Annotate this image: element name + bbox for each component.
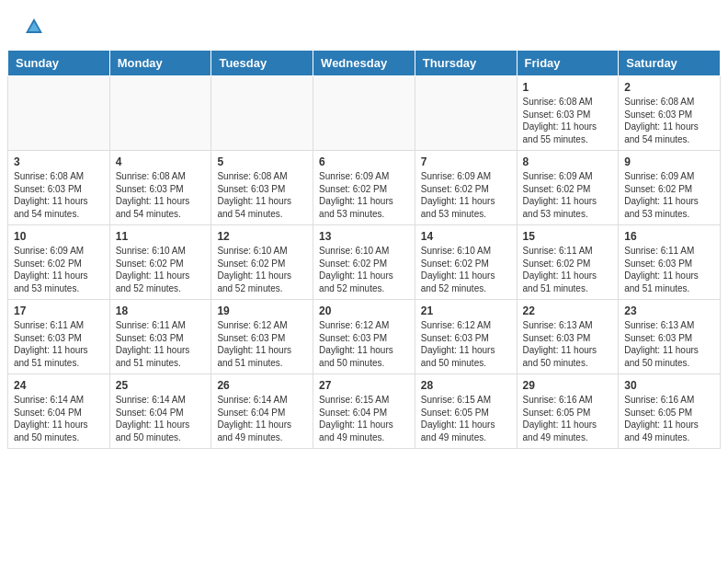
calendar-cell: 27Sunrise: 6:15 AM Sunset: 6:04 PM Dayli…	[313, 374, 415, 449]
cell-info: Sunrise: 6:09 AM Sunset: 6:02 PM Dayligh…	[14, 245, 104, 294]
day-number: 29	[523, 379, 613, 392]
calendar-cell: 17Sunrise: 6:11 AM Sunset: 6:03 PM Dayli…	[8, 300, 110, 374]
cell-info: Sunrise: 6:15 AM Sunset: 6:04 PM Dayligh…	[319, 394, 409, 443]
day-number: 13	[319, 230, 409, 243]
calendar-cell: 19Sunrise: 6:12 AM Sunset: 6:03 PM Dayli…	[211, 300, 313, 374]
week-row-3: 10Sunrise: 6:09 AM Sunset: 6:02 PM Dayli…	[8, 225, 721, 300]
day-header-tuesday: Tuesday	[211, 51, 313, 76]
week-row-5: 24Sunrise: 6:14 AM Sunset: 6:04 PM Dayli…	[8, 374, 721, 449]
logo	[22, 17, 44, 40]
day-number: 1	[523, 81, 613, 94]
page-header	[0, 0, 728, 50]
calendar-cell: 10Sunrise: 6:09 AM Sunset: 6:02 PM Dayli…	[8, 225, 110, 300]
day-number: 3	[14, 155, 104, 168]
day-header-thursday: Thursday	[415, 51, 517, 76]
day-number: 11	[116, 230, 206, 243]
calendar-cell: 21Sunrise: 6:12 AM Sunset: 6:03 PM Dayli…	[415, 300, 517, 374]
logo-icon	[24, 17, 44, 40]
cell-info: Sunrise: 6:09 AM Sunset: 6:02 PM Dayligh…	[624, 170, 714, 220]
day-header-monday: Monday	[109, 51, 211, 76]
week-row-4: 17Sunrise: 6:11 AM Sunset: 6:03 PM Dayli…	[8, 300, 721, 374]
calendar-cell: 3Sunrise: 6:08 AM Sunset: 6:03 PM Daylig…	[8, 151, 110, 225]
calendar-cell	[211, 76, 313, 151]
calendar-cell: 14Sunrise: 6:10 AM Sunset: 6:02 PM Dayli…	[415, 225, 517, 300]
cell-info: Sunrise: 6:08 AM Sunset: 6:03 PM Dayligh…	[217, 170, 307, 220]
cell-info: Sunrise: 6:08 AM Sunset: 6:03 PM Dayligh…	[14, 170, 104, 220]
calendar-cell	[313, 76, 415, 151]
cell-info: Sunrise: 6:10 AM Sunset: 6:02 PM Dayligh…	[217, 245, 307, 294]
day-number: 19	[217, 304, 307, 317]
cell-info: Sunrise: 6:11 AM Sunset: 6:03 PM Dayligh…	[14, 319, 104, 369]
week-row-1: 1Sunrise: 6:08 AM Sunset: 6:03 PM Daylig…	[8, 76, 721, 151]
calendar-cell: 25Sunrise: 6:14 AM Sunset: 6:04 PM Dayli…	[109, 374, 211, 449]
day-number: 8	[523, 155, 613, 168]
calendar-cell: 5Sunrise: 6:08 AM Sunset: 6:03 PM Daylig…	[211, 151, 313, 225]
day-number: 25	[116, 379, 206, 392]
cell-info: Sunrise: 6:11 AM Sunset: 6:03 PM Dayligh…	[116, 319, 206, 369]
calendar-cell: 11Sunrise: 6:10 AM Sunset: 6:02 PM Dayli…	[109, 225, 211, 300]
calendar-cell	[109, 76, 211, 151]
day-header-saturday: Saturday	[619, 51, 721, 76]
calendar-cell: 24Sunrise: 6:14 AM Sunset: 6:04 PM Dayli…	[8, 374, 110, 449]
calendar-cell	[415, 76, 517, 151]
cell-info: Sunrise: 6:16 AM Sunset: 6:05 PM Dayligh…	[523, 394, 613, 443]
day-header-friday: Friday	[517, 51, 619, 76]
calendar-cell: 30Sunrise: 6:16 AM Sunset: 6:05 PM Dayli…	[619, 374, 721, 449]
day-number: 23	[624, 304, 714, 317]
day-header-wednesday: Wednesday	[313, 51, 415, 76]
cell-info: Sunrise: 6:10 AM Sunset: 6:02 PM Dayligh…	[319, 245, 409, 294]
day-number: 16	[624, 230, 714, 243]
cell-info: Sunrise: 6:09 AM Sunset: 6:02 PM Dayligh…	[319, 170, 409, 220]
cell-info: Sunrise: 6:13 AM Sunset: 6:03 PM Dayligh…	[624, 319, 714, 369]
day-number: 20	[319, 304, 409, 317]
cell-info: Sunrise: 6:11 AM Sunset: 6:02 PM Dayligh…	[523, 245, 613, 294]
calendar-cell: 20Sunrise: 6:12 AM Sunset: 6:03 PM Dayli…	[313, 300, 415, 374]
day-number: 22	[523, 304, 613, 317]
day-number: 12	[217, 230, 307, 243]
calendar-cell: 16Sunrise: 6:11 AM Sunset: 6:03 PM Dayli…	[619, 225, 721, 300]
calendar-cell: 9Sunrise: 6:09 AM Sunset: 6:02 PM Daylig…	[619, 151, 721, 225]
day-number: 14	[421, 230, 511, 243]
cell-info: Sunrise: 6:12 AM Sunset: 6:03 PM Dayligh…	[421, 319, 511, 369]
day-number: 28	[421, 379, 511, 392]
day-number: 15	[523, 230, 613, 243]
calendar-cell: 1Sunrise: 6:08 AM Sunset: 6:03 PM Daylig…	[517, 76, 619, 151]
calendar-cell: 4Sunrise: 6:08 AM Sunset: 6:03 PM Daylig…	[109, 151, 211, 225]
cell-info: Sunrise: 6:12 AM Sunset: 6:03 PM Dayligh…	[217, 319, 307, 369]
calendar-cell: 2Sunrise: 6:08 AM Sunset: 6:03 PM Daylig…	[619, 76, 721, 151]
day-header-sunday: Sunday	[8, 51, 110, 76]
calendar-cell: 12Sunrise: 6:10 AM Sunset: 6:02 PM Dayli…	[211, 225, 313, 300]
cell-info: Sunrise: 6:08 AM Sunset: 6:03 PM Dayligh…	[624, 96, 714, 145]
day-number: 24	[14, 379, 104, 392]
cell-info: Sunrise: 6:14 AM Sunset: 6:04 PM Dayligh…	[14, 394, 104, 443]
day-number: 30	[624, 379, 714, 392]
week-row-2: 3Sunrise: 6:08 AM Sunset: 6:03 PM Daylig…	[8, 151, 721, 225]
day-number: 21	[421, 304, 511, 317]
day-number: 2	[624, 81, 714, 94]
day-number: 6	[319, 155, 409, 168]
day-number: 27	[319, 379, 409, 392]
calendar-cell: 13Sunrise: 6:10 AM Sunset: 6:02 PM Dayli…	[313, 225, 415, 300]
day-number: 7	[421, 155, 511, 168]
cell-info: Sunrise: 6:09 AM Sunset: 6:02 PM Dayligh…	[523, 170, 613, 220]
day-number: 4	[116, 155, 206, 168]
cell-info: Sunrise: 6:09 AM Sunset: 6:02 PM Dayligh…	[421, 170, 511, 220]
calendar-cell: 6Sunrise: 6:09 AM Sunset: 6:02 PM Daylig…	[313, 151, 415, 225]
day-number: 9	[624, 155, 714, 168]
calendar-cell: 8Sunrise: 6:09 AM Sunset: 6:02 PM Daylig…	[517, 151, 619, 225]
calendar-cell: 26Sunrise: 6:14 AM Sunset: 6:04 PM Dayli…	[211, 374, 313, 449]
cell-info: Sunrise: 6:13 AM Sunset: 6:03 PM Dayligh…	[523, 319, 613, 369]
cell-info: Sunrise: 6:08 AM Sunset: 6:03 PM Dayligh…	[116, 170, 206, 220]
calendar-cell: 29Sunrise: 6:16 AM Sunset: 6:05 PM Dayli…	[517, 374, 619, 449]
day-number: 5	[217, 155, 307, 168]
calendar-cell: 22Sunrise: 6:13 AM Sunset: 6:03 PM Dayli…	[517, 300, 619, 374]
day-number: 17	[14, 304, 104, 317]
calendar-cell: 18Sunrise: 6:11 AM Sunset: 6:03 PM Dayli…	[109, 300, 211, 374]
cell-info: Sunrise: 6:10 AM Sunset: 6:02 PM Dayligh…	[116, 245, 206, 294]
cell-info: Sunrise: 6:10 AM Sunset: 6:02 PM Dayligh…	[421, 245, 511, 294]
cell-info: Sunrise: 6:08 AM Sunset: 6:03 PM Dayligh…	[523, 96, 613, 145]
day-number: 18	[116, 304, 206, 317]
calendar-table: SundayMondayTuesdayWednesdayThursdayFrid…	[7, 50, 721, 449]
calendar-cell: 7Sunrise: 6:09 AM Sunset: 6:02 PM Daylig…	[415, 151, 517, 225]
day-number: 10	[14, 230, 104, 243]
